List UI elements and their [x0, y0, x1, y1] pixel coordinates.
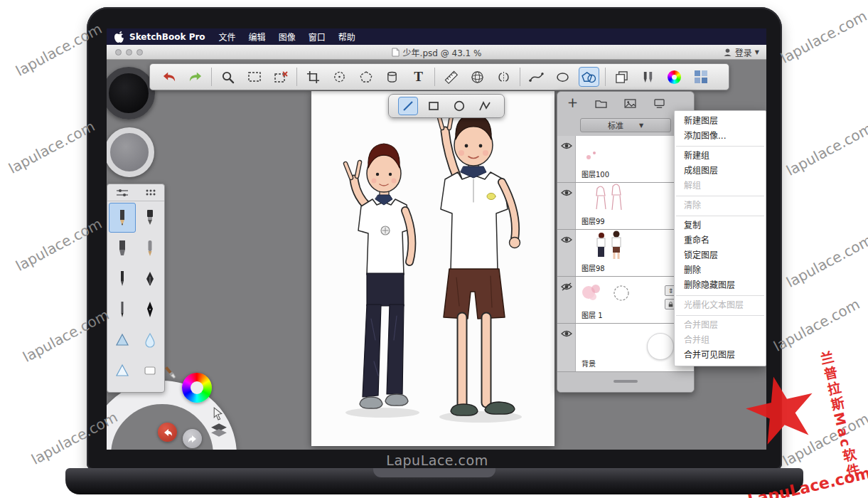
layer-name: 图层99	[582, 216, 605, 226]
canvas[interactable]	[311, 91, 554, 446]
rect-select-button[interactable]	[244, 67, 264, 87]
corner-undo-button[interactable]	[158, 423, 177, 442]
macbook-notch	[373, 468, 495, 477]
brush-marker[interactable]	[109, 233, 136, 263]
layer-name: 图层 1	[582, 309, 603, 320]
brush-round-pencil[interactable]	[136, 233, 164, 263]
menu-item-rename[interactable]: 重命名	[675, 233, 766, 248]
visibility-toggle[interactable]	[557, 230, 576, 276]
window-titlebar: 少年.psd @ 43.1 % 登录 ▼	[107, 45, 766, 60]
import-from-device-icon[interactable]	[653, 99, 665, 108]
new-group-folder-icon[interactable]	[595, 99, 607, 108]
menu-item-merge-visible-layers[interactable]: 合并可见图层	[675, 348, 766, 363]
blend-mode-select[interactable]: 标准 ▼	[580, 118, 671, 132]
polyline-shape-button[interactable]	[475, 97, 495, 115]
menu-file[interactable]: 文件	[213, 31, 242, 43]
brush-nib[interactable]	[136, 264, 164, 294]
minimize-button[interactable]	[126, 49, 132, 55]
rectangle-shape-button[interactable]	[424, 97, 444, 115]
screen: SketchBook Pro 文件 编辑 图像 窗口 帮助	[107, 28, 766, 450]
menu-item-duplicate[interactable]: 复制	[675, 218, 766, 233]
copy-layer-button[interactable]	[611, 67, 632, 87]
menu-separator	[676, 146, 764, 147]
cursor-icon[interactable]	[212, 407, 224, 423]
perspective-tool-button[interactable]	[467, 67, 488, 87]
menu-item-new-layer[interactable]: 新建图层	[675, 114, 766, 129]
ruler-tool-button[interactable]	[441, 67, 461, 87]
menu-image[interactable]: 图像	[272, 31, 302, 43]
brush-library-button[interactable]	[638, 67, 658, 87]
paintbrush-icon[interactable]	[162, 364, 179, 384]
fill-tool-button[interactable]	[382, 67, 402, 87]
visibility-toggle[interactable]	[557, 324, 576, 371]
add-layer-button[interactable]: ＋	[567, 98, 578, 109]
background-color-swatch[interactable]	[647, 333, 674, 360]
brush-puck[interactable]	[107, 67, 155, 120]
symmetry-tool-button[interactable]	[493, 67, 514, 87]
brush-ink-nib[interactable]	[136, 295, 164, 324]
curve-tool-button[interactable]	[526, 67, 547, 87]
redo-button[interactable]	[185, 67, 205, 87]
panel-drag-handle[interactable]	[614, 380, 638, 383]
apple-menu-icon[interactable]	[114, 31, 124, 43]
menu-item-lock-layer[interactable]: 锁定图层	[675, 248, 766, 263]
blend-mode-value: 标准	[608, 120, 623, 131]
crop-button[interactable]	[303, 67, 323, 87]
app-name[interactable]: SketchBook Pro	[129, 32, 205, 42]
zoom-tool-button[interactable]	[218, 67, 238, 87]
visibility-toggle[interactable]	[557, 277, 576, 323]
menu-item-new-group[interactable]: 新建组	[675, 149, 766, 164]
ellipse-tool-button[interactable]	[552, 67, 573, 87]
circle-select-button[interactable]	[329, 67, 350, 87]
line-shape-button[interactable]	[398, 97, 418, 115]
color-wheel-button[interactable]	[664, 67, 685, 87]
sliders-icon[interactable]	[116, 189, 129, 197]
menu-window[interactable]: 窗口	[302, 31, 332, 43]
color-wheel-puck[interactable]	[182, 373, 212, 403]
toolbar-separator	[211, 68, 212, 86]
zoom-button[interactable]	[136, 49, 143, 55]
layer-name: 背景	[582, 358, 596, 369]
undo-button[interactable]	[159, 67, 179, 87]
text-tool-button[interactable]: T	[408, 67, 429, 87]
menu-separator	[676, 196, 764, 196]
rectangle-icon	[427, 100, 440, 112]
menu-item-delete-hidden-layers[interactable]: 删除隐藏图层	[675, 278, 766, 293]
close-button[interactable]	[115, 49, 122, 55]
layers-corner-icon[interactable]	[210, 423, 227, 440]
menu-item-delete[interactable]: 删除	[675, 263, 766, 278]
pencils-icon	[641, 70, 655, 84]
brush-outline-triangle[interactable]	[109, 356, 136, 386]
login-control[interactable]: 登录 ▼	[723, 46, 759, 58]
undo-arrow-icon	[163, 428, 173, 437]
shapes-tool-button[interactable]	[579, 67, 599, 87]
add-image-icon[interactable]	[624, 99, 636, 108]
brush-fill-triangle[interactable]	[109, 325, 136, 355]
layer-name: 图层98	[582, 263, 605, 273]
round-pencil-icon	[144, 239, 156, 258]
brush-water-drop[interactable]	[136, 325, 164, 355]
grid-view-icon[interactable]	[145, 189, 156, 196]
menu-separator	[676, 295, 764, 296]
menu-help[interactable]: 帮助	[332, 31, 362, 43]
circle-shape-button[interactable]	[449, 97, 469, 115]
layers-panel-footer	[557, 372, 694, 393]
corner-redo-button[interactable]	[183, 429, 202, 448]
brush-fine-pencil[interactable]	[109, 295, 136, 324]
brush-eraser[interactable]	[136, 356, 164, 386]
brush-pen[interactable]	[109, 264, 136, 294]
menu-item-add-image[interactable]: 添加图像...	[675, 129, 766, 144]
brush-pencil[interactable]	[109, 203, 136, 233]
visibility-toggle[interactable]	[557, 183, 576, 229]
line-icon	[402, 100, 414, 112]
visibility-toggle[interactable]	[557, 136, 576, 182]
nib-icon	[144, 270, 156, 288]
ink-nib-icon	[144, 300, 156, 319]
deselect-button[interactable]	[270, 67, 291, 87]
palette-button[interactable]	[690, 67, 711, 87]
zoom-puck[interactable]	[107, 127, 154, 177]
menu-edit[interactable]: 编辑	[242, 31, 272, 43]
brush-flat[interactable]	[136, 203, 164, 233]
polygon-lasso-button[interactable]	[355, 67, 376, 87]
menu-item-group-layers[interactable]: 成组图层	[675, 164, 766, 179]
